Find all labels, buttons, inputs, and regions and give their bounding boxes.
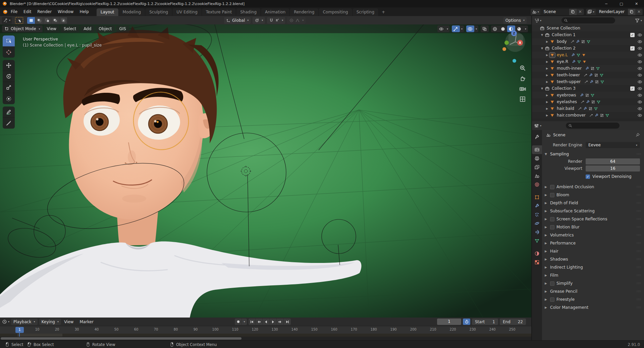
section-checkbox[interactable] xyxy=(550,281,554,286)
viewport-menu-object[interactable]: Object xyxy=(96,25,115,32)
new-selection-button[interactable] xyxy=(27,17,35,24)
properties-tab-particles[interactable] xyxy=(532,210,542,219)
viewport-3d[interactable]: Object Mode▾ ViewSelectAddObjectGIS ▾▾▾▾… xyxy=(0,24,531,318)
extend-selection-button[interactable] xyxy=(35,17,43,24)
properties-tab-render[interactable] xyxy=(532,145,542,154)
outliner-item-label[interactable]: teeth-lower xyxy=(557,73,580,77)
outliner-item-label[interactable]: hair.bald xyxy=(557,106,574,111)
sampling-viewport-field[interactable]: 16 xyxy=(586,165,640,171)
outliner-editor-type-dropdown[interactable]: ▾ xyxy=(534,18,541,23)
properties-tab-scene[interactable] xyxy=(532,171,542,180)
visibility-toggle[interactable] xyxy=(637,32,642,38)
section-ambient-occlusion[interactable]: ▶ Ambient Occlusion ∷∷ xyxy=(542,183,644,191)
outliner-search-input[interactable] xyxy=(561,17,615,23)
workspace-tab-modeling[interactable]: Modeling xyxy=(119,8,146,16)
section-bloom[interactable]: ▶ Bloom ∷∷ xyxy=(542,191,644,199)
tool-annotate[interactable] xyxy=(3,107,15,118)
section-performance[interactable]: ▶ Performance ∷∷ xyxy=(542,239,644,247)
pan-hand-icon[interactable] xyxy=(519,75,526,82)
collection-checkbox[interactable]: ✓ xyxy=(630,33,635,37)
options-dropdown[interactable]: Options▾ xyxy=(503,17,527,24)
visibility-toggle[interactable] xyxy=(637,66,642,71)
play-button[interactable] xyxy=(270,319,277,325)
section-depth-of-field[interactable]: ▶ Depth of Field ∷∷ xyxy=(542,199,644,207)
menu-file[interactable]: File xyxy=(8,8,20,15)
expand-arrow[interactable]: ▶ xyxy=(545,114,549,117)
mode-dropdown[interactable]: Object Mode▾ xyxy=(2,25,43,32)
timeline-range-strip[interactable] xyxy=(0,334,531,337)
workspace-tab-sculpting[interactable]: Sculpting xyxy=(145,8,172,16)
section-checkbox[interactable] xyxy=(550,225,554,229)
add-workspace-button[interactable]: + xyxy=(379,9,388,16)
pin-icon[interactable] xyxy=(635,133,640,137)
expand-arrow[interactable]: ▶ xyxy=(545,40,549,43)
blender-menu-icon[interactable] xyxy=(3,9,8,14)
render-layer-name[interactable]: RenderLayer xyxy=(596,9,628,15)
render-engine-dropdown[interactable]: Eevee▾ xyxy=(586,142,640,148)
section-checkbox[interactable] xyxy=(550,185,554,189)
viewport-menu-add[interactable]: Add xyxy=(80,25,94,32)
tool-select-box[interactable] xyxy=(3,36,15,47)
viewport-denoising-checkbox[interactable]: ✓ xyxy=(586,175,590,179)
section-volumetrics[interactable]: ▶ Volumetrics ∷∷ xyxy=(542,231,644,239)
properties-tab-world[interactable] xyxy=(532,180,542,189)
frame-start-field[interactable]: Start 1 xyxy=(472,319,498,325)
outliner-item-label[interactable]: eye.L xyxy=(557,53,568,57)
pivot-point-dropdown[interactable]: ▾ xyxy=(253,17,265,24)
expand-arrow[interactable]: ▶ xyxy=(545,60,549,63)
visibility-toggle[interactable] xyxy=(637,73,642,78)
properties-tab-constraints[interactable] xyxy=(532,228,542,236)
outliner-item-label[interactable]: teeth-upper xyxy=(557,79,581,84)
visibility-toggle[interactable] xyxy=(637,86,642,91)
collection-checkbox[interactable]: ✓ xyxy=(630,86,635,91)
menu-render[interactable]: Render xyxy=(34,8,55,15)
outliner-row[interactable]: ▶eye.L xyxy=(532,52,644,58)
outliner-item-label[interactable]: Collection 1 xyxy=(552,32,576,37)
visibility-toggle[interactable] xyxy=(637,113,642,118)
visibility-toggle[interactable] xyxy=(637,99,642,105)
outliner-filter-dropdown[interactable]: ▾ xyxy=(635,18,642,23)
collapse-arrow[interactable]: ▼ xyxy=(540,47,544,50)
visibility-toggle[interactable] xyxy=(637,39,642,44)
properties-tab-physics[interactable] xyxy=(532,219,542,228)
properties-editor-type-dropdown[interactable]: ▾ xyxy=(534,123,541,128)
navigation-gizmo[interactable]: Z X xyxy=(502,30,528,56)
jump-last-button[interactable] xyxy=(284,319,291,325)
section-shadows[interactable]: ▶ Shadows ∷∷ xyxy=(542,255,644,263)
sampling-panel-header[interactable]: ▼ Sampling ∷∷ xyxy=(542,150,644,158)
maximize-button[interactable]: ▢ xyxy=(614,0,629,7)
preview-range-toggle[interactable] xyxy=(463,319,470,325)
outliner-item-label[interactable]: Scene Collection xyxy=(547,26,580,30)
outliner-row[interactable]: ▶teeth-lower xyxy=(532,72,644,78)
prev-key-button[interactable] xyxy=(256,319,263,325)
collapse-arrow[interactable]: ▼ xyxy=(540,87,544,90)
outliner-item-label[interactable]: Collection 2 xyxy=(552,46,576,51)
timeline-menu-view[interactable]: View xyxy=(61,319,76,325)
outliner-row[interactable]: ▶teeth-upper xyxy=(532,78,644,85)
visibility-toggle[interactable] xyxy=(637,93,642,98)
record-options-dropdown[interactable]: ▾ xyxy=(242,319,247,325)
collapse-arrow[interactable]: ▼ xyxy=(540,33,544,37)
properties-tab-object[interactable] xyxy=(532,193,542,202)
playhead[interactable]: 1 xyxy=(15,327,24,333)
menu-window[interactable]: Window xyxy=(55,8,76,15)
outliner-row[interactable]: Scene Collection xyxy=(532,25,644,31)
outliner-row[interactable]: ▶eye.R xyxy=(532,58,644,65)
selected-pupil-control[interactable] xyxy=(157,121,159,123)
outliner-row[interactable]: ▶hair.combover xyxy=(532,112,644,119)
properties-search-input[interactable] xyxy=(566,123,620,129)
outliner-item-label[interactable]: eyelashes xyxy=(557,99,577,104)
workspace-tab-rendering[interactable]: Rendering xyxy=(290,8,319,16)
viewport-menu-view[interactable]: View xyxy=(44,25,59,32)
section-film[interactable]: ▶ Film ∷∷ xyxy=(542,271,644,279)
timeline-ruler[interactable]: 1 11020304050607080901001101201301401501… xyxy=(0,326,531,334)
expand-arrow[interactable]: ▶ xyxy=(545,100,549,103)
scene-selector[interactable]: ▾ Scene ✕ xyxy=(531,9,584,15)
section-indirect-lighting[interactable]: ▶ Indirect Lighting ∷∷ xyxy=(542,263,644,271)
expand-arrow[interactable]: ▶ xyxy=(545,107,549,110)
snap-controls[interactable]: ▾ xyxy=(267,17,285,24)
zoom-icon[interactable] xyxy=(519,65,526,71)
scene-unlink-button[interactable]: ✕ xyxy=(577,9,584,15)
expand-arrow[interactable]: ▶ xyxy=(545,54,549,57)
tool-rotate[interactable] xyxy=(3,71,15,82)
